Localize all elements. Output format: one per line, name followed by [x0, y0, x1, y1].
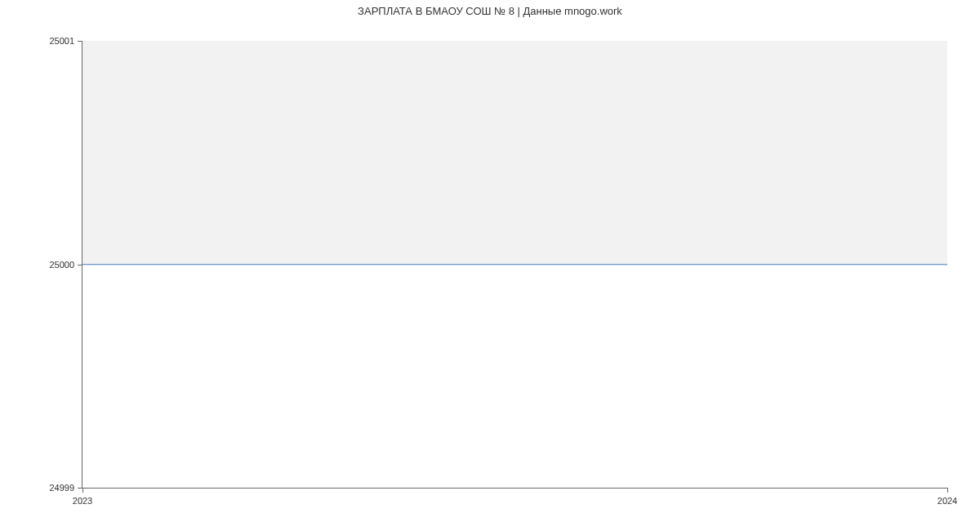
plot-background-lower: [82, 265, 947, 489]
plot-area: 24999 25000 25001 2023 2024: [82, 41, 947, 489]
plot-background-upper: [82, 41, 947, 265]
y-tick-label: 25001: [49, 36, 82, 46]
chart-container: ЗАРПЛАТА В БМАОУ СОШ № 8 | Данные mnogo.…: [0, 0, 980, 531]
chart-title: ЗАРПЛАТА В БМАОУ СОШ № 8 | Данные mnogo.…: [0, 5, 980, 17]
x-tick-label: 2024: [938, 488, 957, 506]
y-tick-label: 25000: [49, 260, 82, 270]
x-tick-label: 2023: [73, 488, 92, 506]
data-line: [82, 264, 947, 265]
